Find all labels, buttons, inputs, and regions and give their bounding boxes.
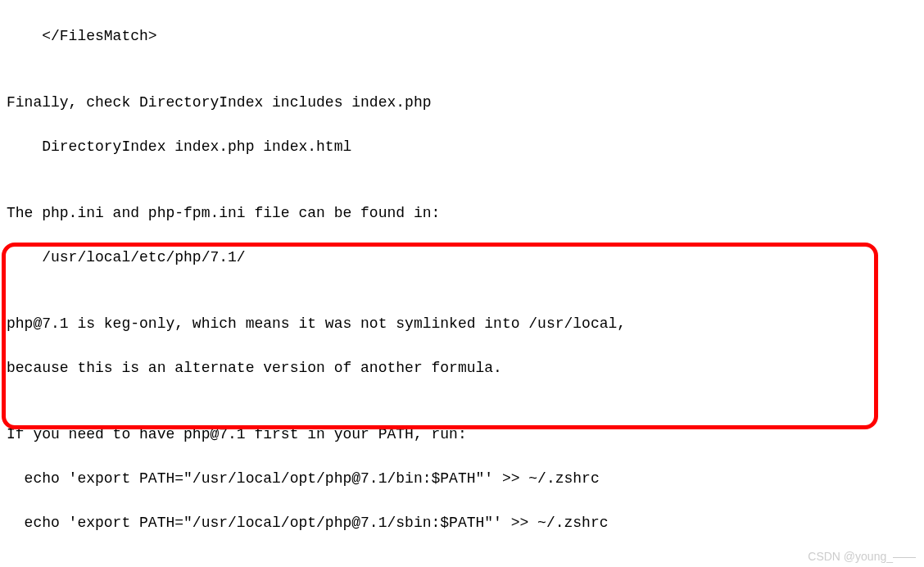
output-line: If you need to have php@7.1 first in you…: [7, 424, 917, 446]
watermark-text: CSDN @young_——: [808, 548, 916, 565]
output-line: The php.ini and php-fpm.ini file can be …: [7, 202, 917, 225]
output-line: DirectoryIndex index.php index.html: [7, 136, 917, 158]
output-line: echo 'export PATH="/usr/local/opt/php@7.…: [7, 468, 917, 490]
terminal-output[interactable]: </FilesMatch> Finally, check DirectoryIn…: [0, 0, 924, 567]
output-line: php@7.1 is keg-only, which means it was …: [7, 313, 917, 335]
output-line: because this is an alternate version of …: [7, 357, 917, 379]
output-line: /usr/local/etc/php/7.1/: [7, 247, 917, 269]
output-line: echo 'export PATH="/usr/local/opt/php@7.…: [7, 512, 917, 534]
output-line: </FilesMatch>: [7, 25, 917, 48]
output-line: Finally, check DirectoryIndex includes i…: [7, 92, 917, 114]
